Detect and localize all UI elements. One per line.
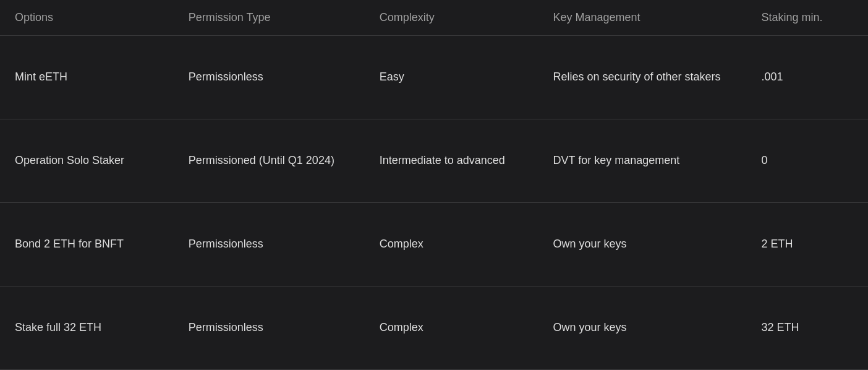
cell-key-management: DVT for key management — [538, 119, 746, 203]
table-row: Bond 2 ETH for BNFTPermissionlessComplex… — [0, 203, 868, 286]
table-row: Stake full 32 ETHPermissionlessComplexOw… — [0, 286, 868, 370]
cell-key-management: Own your keys — [538, 286, 746, 370]
header-permission-type: Permission Type — [174, 0, 365, 36]
comparison-table-container: Options Permission Type Complexity Key M… — [0, 0, 868, 370]
table-row: Mint eETHPermissionlessEasyRelies on sec… — [0, 36, 868, 119]
cell-permission-type: Permissionless — [174, 36, 365, 119]
cell-staking-min: 0 — [746, 119, 868, 203]
cell-complexity: Complex — [365, 286, 538, 370]
cell-complexity: Intermediate to advanced — [365, 119, 538, 203]
cell-key-management: Own your keys — [538, 203, 746, 286]
header-options: Options — [0, 0, 174, 36]
cell-permission-type: Permissionless — [174, 286, 365, 370]
header-key-management: Key Management — [538, 0, 746, 36]
table-row: Operation Solo StakerPermissioned (Until… — [0, 119, 868, 203]
cell-option: Mint eETH — [0, 36, 174, 119]
cell-option: Operation Solo Staker — [0, 119, 174, 203]
cell-option: Stake full 32 ETH — [0, 286, 174, 370]
cell-key-management: Relies on security of other stakers — [538, 36, 746, 119]
cell-option: Bond 2 ETH for BNFT — [0, 203, 174, 286]
cell-staking-min: 2 ETH — [746, 203, 868, 286]
cell-staking-min: 32 ETH — [746, 286, 868, 370]
cell-staking-min: .001 — [746, 36, 868, 119]
table-header-row: Options Permission Type Complexity Key M… — [0, 0, 868, 36]
cell-complexity: Complex — [365, 203, 538, 286]
header-staking-min: Staking min. — [746, 0, 868, 36]
header-complexity: Complexity — [365, 0, 538, 36]
comparison-table: Options Permission Type Complexity Key M… — [0, 0, 868, 370]
cell-permission-type: Permissioned (Until Q1 2024) — [174, 119, 365, 203]
cell-complexity: Easy — [365, 36, 538, 119]
cell-permission-type: Permissionless — [174, 203, 365, 286]
